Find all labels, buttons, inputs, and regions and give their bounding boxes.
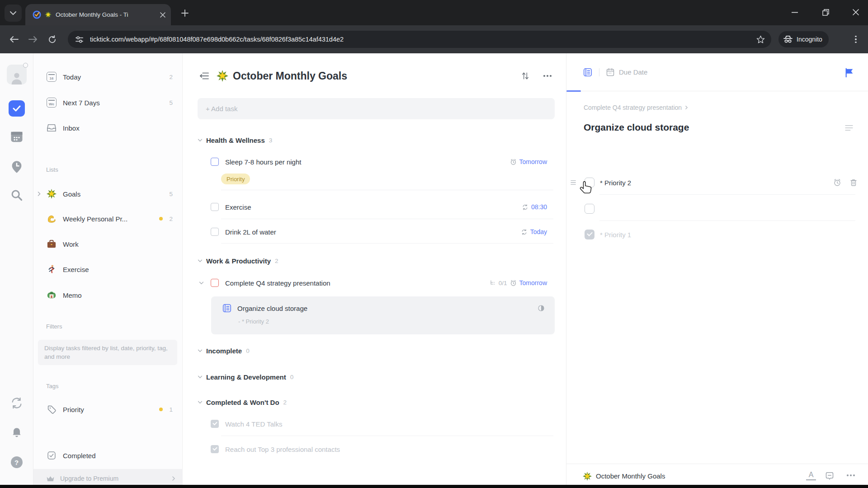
browser-menu-button[interactable] — [851, 34, 861, 44]
alarm-icon[interactable] — [833, 178, 841, 187]
tab-search-button[interactable] — [5, 5, 22, 22]
reload-button[interactable] — [44, 32, 60, 47]
section-header-health[interactable]: Health & Wellness 3 — [198, 132, 272, 148]
address-bar[interactable]: ticktick.com/webapp/#p/68f081048f087e698… — [68, 31, 771, 48]
view-tab-label[interactable]: Due Date — [619, 68, 647, 76]
browser-tab[interactable]: October Monthly Goals - Ti — [25, 4, 171, 25]
task-checkbox[interactable] — [211, 158, 219, 166]
task-checkbox-checked[interactable] — [211, 420, 219, 428]
comment-icon[interactable] — [825, 472, 834, 481]
note-icon — [222, 303, 232, 313]
task-checkbox[interactable] — [211, 228, 219, 236]
task-checkbox[interactable] — [211, 279, 219, 287]
breadcrumb[interactable]: Complete Q4 strategy presentation — [584, 104, 688, 111]
expand-chevron-icon[interactable] — [37, 191, 41, 197]
rail-calendar-button[interactable] — [10, 130, 24, 144]
sidebar-item-completed[interactable]: Completed — [33, 446, 183, 465]
sidebar-item-next-7-days[interactable]: We Next 7 Days 5 — [33, 93, 183, 113]
checklist-checkbox-checked[interactable] — [585, 230, 594, 239]
chevron-down-icon — [198, 139, 203, 142]
sidebar-item-label: Completed — [63, 452, 173, 460]
section-header-completed[interactable]: Completed & Won't Do 2 — [198, 394, 287, 410]
site-info-icon[interactable] — [75, 35, 84, 44]
sidebar-item-today[interactable]: 16 Today 2 — [33, 67, 183, 87]
outline-menu-icon[interactable] — [844, 125, 854, 131]
back-button[interactable] — [6, 32, 22, 47]
tab-close-icon[interactable] — [160, 12, 165, 18]
more-options-button[interactable] — [847, 474, 855, 476]
window-bottom-edge — [0, 485, 868, 488]
sidebar-item-tag-priority[interactable]: Priority 1 — [33, 399, 183, 419]
checklist-item-priority-1[interactable]: * Priority 1 — [566, 225, 868, 244]
sidebar-item-memo[interactable]: Memo — [33, 285, 183, 305]
detail-header: Due Date — [566, 53, 868, 91]
url-text[interactable]: ticktick.com/webapp/#p/68f081048f087e698… — [90, 36, 756, 43]
plus-icon — [181, 9, 189, 17]
star-burst-icon — [583, 472, 592, 481]
flag-icon[interactable] — [844, 68, 854, 78]
rail-pomodoro-button[interactable] — [10, 160, 23, 174]
parent-list-name[interactable]: October Monthly Goals — [596, 472, 665, 480]
avatar[interactable] — [7, 65, 27, 84]
checklist-item-empty[interactable] — [566, 199, 868, 219]
due-date-calendar-icon[interactable] — [606, 68, 615, 77]
new-tab-button[interactable] — [179, 7, 191, 19]
tag-chip-priority[interactable]: Priority — [221, 174, 250, 184]
checklist-checkbox[interactable] — [585, 204, 594, 214]
task-row-exercise[interactable]: Exercise 08:30 — [183, 197, 566, 217]
divider — [221, 219, 553, 219]
sidebar-item-weekly-personal[interactable]: Weekly Personal Pr... 2 — [33, 209, 183, 229]
rail-help-button[interactable]: ? — [11, 456, 23, 468]
alarm-icon — [510, 280, 517, 286]
filters-placeholder[interactable]: Display tasks filtered by list, date, pr… — [38, 340, 177, 365]
section-header-work[interactable]: Work & Productivity 2 — [198, 253, 278, 269]
subtask-row-organize-cloud-storage-selected[interactable]: Organize cloud storage - * Priority 2 — [211, 296, 555, 334]
chevron-down-icon[interactable] — [199, 282, 204, 285]
text-format-icon[interactable]: A — [806, 471, 816, 480]
task-row-water[interactable]: Drink 2L of water Today — [183, 222, 566, 242]
sidebar-item-inbox[interactable]: Inbox — [33, 118, 183, 138]
add-task-input[interactable]: + Add task — [198, 98, 555, 119]
rail-search-button[interactable] — [10, 189, 23, 202]
sidebar-item-exercise[interactable]: Exercise — [33, 259, 183, 279]
task-row-sleep[interactable]: Sleep 7-8 hours per night Tomorrow — [183, 152, 566, 172]
task-row-professional-contacts[interactable]: Reach out Top 3 professional contacts — [183, 439, 566, 459]
section-header-learning[interactable]: Learning & Development 0 — [198, 369, 293, 385]
forward-button[interactable] — [25, 32, 41, 47]
chevron-down-icon — [198, 401, 203, 404]
more-options-button[interactable] — [543, 75, 552, 77]
task-row-ted-talks[interactable]: Watch 4 TED Talks — [183, 414, 566, 434]
task-row-q4-presentation[interactable]: Complete Q4 strategy presentation 0/1 To… — [183, 273, 566, 293]
due-date[interactable]: Today — [530, 228, 547, 235]
task-checkbox-checked[interactable] — [211, 445, 219, 453]
window-restore-button[interactable] — [816, 5, 835, 19]
search-icon — [10, 189, 23, 202]
checklist-item-priority-2[interactable]: * Priority 2 — [566, 173, 868, 192]
due-date[interactable]: Tomorrow — [519, 158, 547, 165]
task-title[interactable]: Organize cloud storage — [584, 122, 689, 133]
window-minimize-button[interactable] — [785, 5, 804, 19]
tag-icon — [47, 405, 57, 414]
calendar-today-icon: 16 — [47, 72, 57, 82]
task-checkbox[interactable] — [211, 203, 219, 211]
trash-icon[interactable] — [849, 178, 858, 187]
note-view-tab-icon[interactable] — [583, 67, 593, 77]
due-date[interactable]: Tomorrow — [519, 279, 547, 286]
item-count: 5 — [169, 191, 173, 197]
rail-notifications-button[interactable] — [11, 427, 23, 438]
rail-tasks-button[interactable] — [9, 100, 25, 117]
sidebar-item-work[interactable]: Work — [33, 234, 183, 254]
rail-sync-button[interactable] — [10, 397, 23, 409]
window-close-button[interactable] — [846, 5, 865, 19]
sort-icon[interactable] — [521, 71, 530, 80]
divider — [599, 194, 855, 195]
sidebar-item-label: Exercise — [63, 266, 173, 273]
section-header-incomplete[interactable]: Incomplete 0 — [198, 343, 250, 359]
briefcase-icon — [47, 239, 57, 249]
drag-handle-icon[interactable] — [570, 180, 576, 185]
restore-icon — [822, 9, 829, 16]
sidebar-item-goals[interactable]: Goals 5 — [33, 184, 183, 204]
bookmark-star-icon[interactable] — [756, 35, 765, 44]
due-time[interactable]: 08:30 — [531, 203, 547, 211]
collapse-sidebar-icon[interactable] — [199, 72, 209, 80]
